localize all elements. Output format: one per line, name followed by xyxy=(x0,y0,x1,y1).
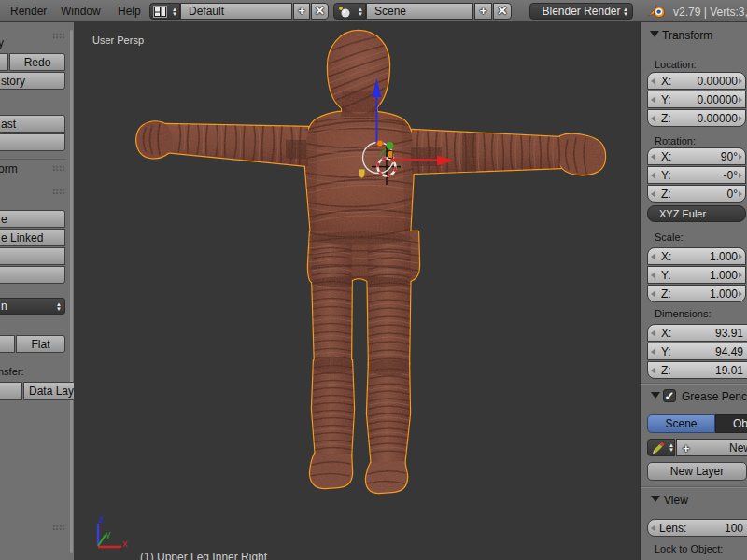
svg-text:z: z xyxy=(99,513,105,525)
svg-text:x: x xyxy=(122,538,128,549)
svg-text:y: y xyxy=(106,528,111,539)
